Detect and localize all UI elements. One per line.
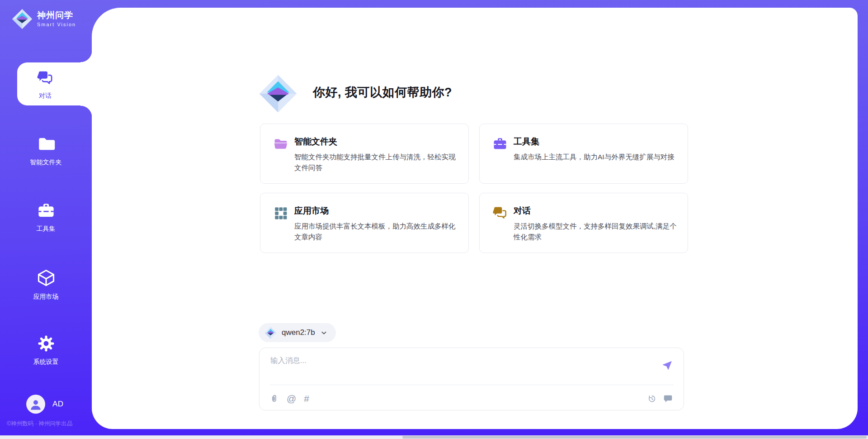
send-icon[interactable]	[661, 360, 673, 371]
attachment-icon[interactable]	[269, 394, 279, 403]
card-title: 对话	[514, 205, 677, 217]
sidebar: 神州问学 Smart Vision 对话 智能文件夹	[0, 0, 92, 439]
user-name: AD	[52, 400, 64, 409]
person-icon	[29, 397, 42, 411]
horizontal-scrollbar[interactable]	[0, 435, 868, 439]
diamond-logo-icon	[12, 8, 33, 30]
feature-cards: 智能文件夹 智能文件夹功能支持批量文件上传与清洗，轻松实现文件问答 工具集 集成…	[260, 124, 688, 253]
sidebar-item-label: 智能文件夹	[30, 158, 62, 167]
chat-icon	[36, 69, 54, 87]
model-selector[interactable]: qwen2:7b	[259, 323, 336, 342]
sidebar-item-settings[interactable]: 系统设置	[0, 328, 92, 369]
toolbox-icon	[37, 201, 56, 220]
mention-icon[interactable]: @	[287, 394, 296, 403]
card-chat[interactable]: 对话 灵活切换多模型文件，支持多样回复效果调试,满足个性化需求	[479, 193, 688, 253]
model-name: qwen2:7b	[282, 328, 315, 337]
cube-icon	[36, 268, 56, 288]
sidebar-item-chat[interactable]: 对话	[17, 62, 92, 105]
card-title: 工具集	[514, 136, 675, 148]
composer-divider	[269, 385, 674, 385]
settings-gear-icon	[37, 334, 56, 353]
greeting-logo-diamond-icon	[259, 73, 297, 114]
brand: 神州问学 Smart Vision	[12, 8, 76, 30]
card-description: 集成市场上主流工具，助力AI与外界无缝扩展与对接	[514, 152, 675, 162]
folder-icon	[37, 134, 56, 153]
brand-name: 神州问学	[37, 11, 76, 20]
chat-icon	[492, 205, 508, 253]
greeting-title: 你好, 我可以如何帮助你?	[313, 84, 452, 100]
sidebar-item-toolbox[interactable]: 工具集	[0, 195, 92, 236]
scrollbar-thumb[interactable]	[402, 436, 867, 439]
chevron-down-icon	[320, 329, 328, 337]
model-diamond-icon	[264, 327, 277, 339]
card-description: 智能文件夹功能支持批量文件上传与清洗，轻松实现文件问答	[294, 152, 458, 173]
history-icon[interactable]	[647, 394, 656, 403]
sidebar-item-label: 对话	[39, 92, 52, 100]
message-input[interactable]	[269, 355, 642, 383]
composer-tools: @ #	[269, 394, 309, 403]
avatar	[26, 395, 45, 414]
card-description: 应用市场提供丰富长文本模板，助力高效生成多样化文章内容	[294, 221, 458, 243]
message-composer: @ #	[259, 348, 684, 410]
hash-icon[interactable]: #	[304, 394, 309, 403]
card-title: 应用市场	[294, 205, 458, 217]
brand-subtitle: Smart Vision	[37, 22, 76, 27]
sidebar-item-label: 应用市场	[33, 293, 59, 301]
grid-icon	[273, 205, 288, 253]
toolbox-icon	[492, 136, 508, 183]
sidebar-item-label: 工具集	[37, 225, 56, 233]
composer-actions	[647, 394, 673, 403]
card-title: 智能文件夹	[294, 136, 458, 148]
sidebar-item-label: 系统设置	[33, 358, 59, 366]
card-description: 灵活切换多模型文件，支持多样回复效果调试,满足个性化需求	[514, 221, 677, 243]
sidebar-item-smart-folder[interactable]: 智能文件夹	[0, 128, 92, 170]
card-app-market[interactable]: 应用市场 应用市场提供丰富长文本模板，助力高效生成多样化文章内容	[260, 193, 469, 253]
folder-icon	[273, 136, 288, 183]
quick-phrase-icon[interactable]	[663, 394, 673, 403]
user-profile[interactable]: AD	[26, 395, 64, 414]
copyright: ©神州数码 · 神州问学出品	[7, 420, 93, 428]
sidebar-item-app-market[interactable]: 应用市场	[0, 262, 92, 303]
card-smart-folder[interactable]: 智能文件夹 智能文件夹功能支持批量文件上传与清洗，轻松实现文件问答	[260, 124, 469, 184]
card-toolbox[interactable]: 工具集 集成市场上主流工具，助力AI与外界无缝扩展与对接	[479, 124, 688, 184]
